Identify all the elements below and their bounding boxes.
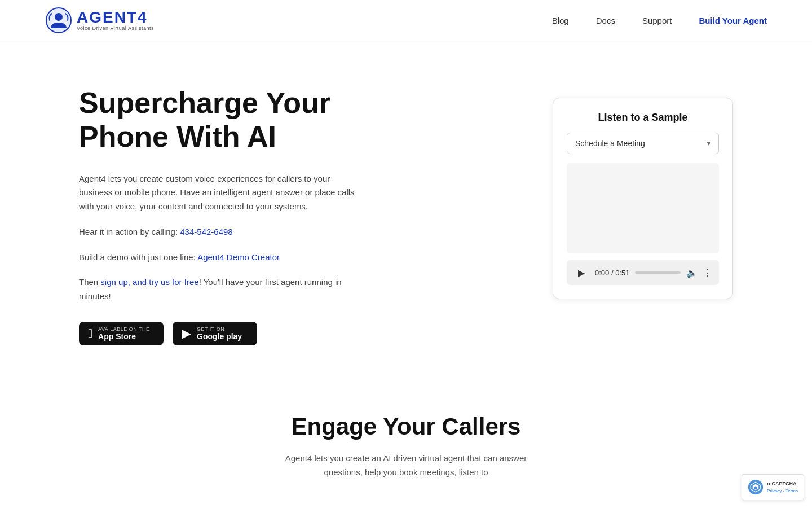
build-prefix: Build a demo with just one line: bbox=[79, 252, 197, 262]
hear-prefix: Hear it in action by calling: bbox=[79, 227, 180, 237]
googleplay-name: Google play bbox=[197, 332, 242, 341]
recaptcha-title: reCAPTCHA bbox=[767, 480, 798, 488]
appstore-sub: Available on the bbox=[98, 326, 150, 332]
sample-select-wrapper: Schedule a Meeting Answer Questions Take… bbox=[567, 133, 719, 154]
sample-card: Listen to a Sample Schedule a Meeting An… bbox=[553, 98, 733, 299]
nav-blog[interactable]: Blog bbox=[552, 16, 569, 25]
recaptcha-text: reCAPTCHA Privacy - Terms bbox=[767, 480, 798, 494]
recaptcha-privacy[interactable]: Privacy bbox=[767, 488, 782, 493]
phone-link[interactable]: 434-542-6498 bbox=[180, 227, 232, 237]
main-nav: Blog Docs Support Build Your Agent bbox=[552, 16, 767, 25]
sample-card-title: Listen to a Sample bbox=[567, 112, 719, 124]
logo[interactable]: AGENT4 Voice Driven Virtual Assistants bbox=[45, 7, 154, 34]
recaptcha-logo-icon bbox=[748, 479, 764, 495]
app-badges:  Available on the App Store ▶ GET IT ON… bbox=[79, 322, 361, 345]
hero-section: Supercharge Your Phone With AI Agent4 le… bbox=[0, 41, 812, 379]
logo-brand-name: AGENT4 bbox=[77, 10, 154, 25]
nav-support[interactable]: Support bbox=[642, 16, 672, 25]
android-icon: ▶ bbox=[182, 326, 191, 341]
logo-text: AGENT4 Voice Driven Virtual Assistants bbox=[77, 10, 154, 31]
signup-link[interactable]: sign up, and try us for free bbox=[100, 277, 198, 287]
audio-waveform-area bbox=[567, 163, 719, 253]
audio-progress-bar[interactable] bbox=[635, 271, 681, 274]
more-options-button[interactable]: ⋮ bbox=[703, 268, 712, 278]
nav-build[interactable]: Build Your Agent bbox=[699, 16, 767, 25]
appstore-badge[interactable]:  Available on the App Store bbox=[79, 322, 164, 345]
nav-docs[interactable]: Docs bbox=[596, 16, 615, 25]
hero-right-content: Listen to a Sample Schedule a Meeting An… bbox=[553, 98, 733, 299]
hero-body: Agent4 lets you create custom voice expe… bbox=[79, 172, 361, 304]
recaptcha-terms[interactable]: Terms bbox=[785, 488, 798, 493]
demo-link[interactable]: Agent4 Demo Creator bbox=[197, 252, 280, 262]
play-button[interactable]: ▶ bbox=[573, 265, 589, 281]
googleplay-badge[interactable]: ▶ GET IT ON Google play bbox=[173, 322, 257, 345]
logo-icon bbox=[45, 7, 72, 34]
audio-player: ▶ 0:00 / 0:51 🔈 ⋮ bbox=[567, 260, 719, 285]
svg-point-1 bbox=[55, 13, 63, 21]
logo-tagline: Voice Driven Virtual Assistants bbox=[77, 25, 154, 31]
hero-paragraph-demo: Build a demo with just one line: Agent4 … bbox=[79, 251, 361, 265]
appstore-text: Available on the App Store bbox=[98, 326, 150, 341]
googleplay-sub: GET IT ON bbox=[197, 326, 242, 332]
engage-paragraph: Agent4 lets you create an AI driven virt… bbox=[271, 452, 541, 480]
apple-icon:  bbox=[88, 326, 92, 341]
engage-title: Engage Your Callers bbox=[45, 413, 767, 440]
appstore-name: App Store bbox=[98, 332, 150, 341]
recaptcha-links: Privacy - Terms bbox=[767, 488, 798, 494]
audio-time-display: 0:00 / 0:51 bbox=[595, 269, 629, 277]
hero-paragraph-1: Agent4 lets you create custom voice expe… bbox=[79, 172, 361, 214]
site-header: AGENT4 Voice Driven Virtual Assistants B… bbox=[0, 0, 812, 41]
volume-button[interactable]: 🔈 bbox=[686, 268, 698, 278]
hero-paragraph-signup: Then sign up, and try us for free! You'l… bbox=[79, 275, 361, 304]
hero-title: Supercharge Your Phone With AI bbox=[79, 86, 361, 154]
recaptcha-badge: reCAPTCHA Privacy - Terms bbox=[742, 474, 804, 500]
engage-section: Engage Your Callers Agent4 lets you crea… bbox=[0, 379, 812, 502]
googleplay-text: GET IT ON Google play bbox=[197, 326, 242, 341]
hero-left-content: Supercharge Your Phone With AI Agent4 le… bbox=[79, 86, 361, 345]
hero-paragraph-phone: Hear it in action by calling: 434-542-64… bbox=[79, 225, 361, 239]
sample-select[interactable]: Schedule a Meeting Answer Questions Take… bbox=[567, 133, 719, 154]
then-prefix: Then bbox=[79, 277, 100, 287]
